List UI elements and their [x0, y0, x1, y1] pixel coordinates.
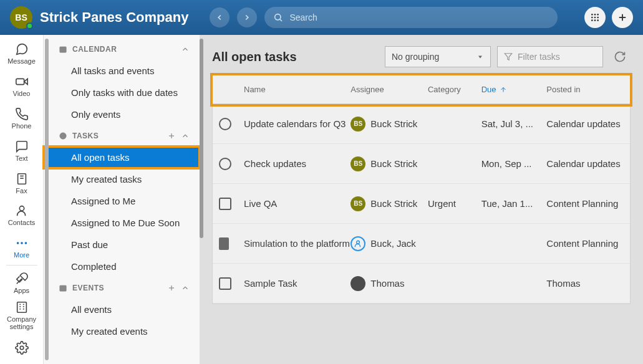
- table-row[interactable]: Simulation to the platformBuck, JackCont…: [213, 224, 630, 264]
- sidebar-item-all-tasks-events[interactable]: All tasks and events: [44, 60, 200, 82]
- task-posted-in: Calendar updates: [546, 158, 624, 169]
- rail-separator: [6, 265, 37, 266]
- sidebar-item-assigned-due-soon[interactable]: Assigned to Me Due Soon: [44, 212, 200, 234]
- task-complete-toggle[interactable]: [219, 277, 231, 290]
- svg-point-8: [591, 19, 593, 21]
- table-row[interactable]: Sample TaskThomasThomas: [213, 264, 630, 304]
- task-name: Check updates: [244, 158, 351, 169]
- sidebar-item-assigned-to-me[interactable]: Assigned to Me: [44, 190, 200, 212]
- search-input[interactable]: [289, 12, 549, 22]
- sidebar-item-only-tasks-due[interactable]: Only tasks with due dates: [44, 82, 200, 103]
- svg-rect-34: [60, 285, 67, 291]
- task-posted-in: Content Planning: [546, 238, 624, 249]
- sidebar-item-all-open-tasks[interactable]: All open tasks: [44, 146, 200, 168]
- svg-point-19: [16, 242, 19, 245]
- rail-phone[interactable]: Phone: [0, 102, 44, 135]
- svg-marker-37: [478, 56, 482, 59]
- task-posted-in: Calendar updates: [546, 118, 624, 129]
- filter-icon: [504, 52, 513, 61]
- user-avatar[interactable]: BS: [10, 6, 32, 29]
- task-complete-toggle[interactable]: [219, 118, 231, 130]
- chevron-up-icon[interactable]: [181, 132, 190, 140]
- task-name: Live QA: [244, 198, 351, 209]
- svg-point-3: [594, 14, 596, 16]
- nav-back-button[interactable]: [210, 7, 230, 27]
- rail-video[interactable]: Video: [0, 70, 44, 102]
- svg-point-20: [21, 242, 23, 245]
- sidebar-item-all-events[interactable]: All events: [44, 299, 200, 320]
- filter-input[interactable]: Filter tasks: [497, 46, 603, 67]
- svg-point-31: [60, 133, 67, 140]
- calendar-icon: [59, 45, 67, 54]
- rail-contacts[interactable]: Contacts: [0, 199, 44, 232]
- assignee-avatar: BS: [351, 196, 365, 211]
- sidebar-item-completed[interactable]: Completed: [44, 256, 200, 277]
- rail-company-settings[interactable]: Company settings: [0, 299, 44, 332]
- sidebar-item-past-due[interactable]: Past due: [44, 234, 200, 256]
- add-button[interactable]: [612, 7, 633, 28]
- table-row[interactable]: Check updatesBSBuck StrickMon, Sep ...Ca…: [213, 144, 630, 184]
- table-row[interactable]: Live QABSBuck StrickUrgentTue, Jan 1...C…: [213, 184, 630, 224]
- rail-text[interactable]: Text: [0, 135, 44, 167]
- svg-point-18: [19, 206, 24, 211]
- search-icon: [273, 12, 283, 22]
- col-category[interactable]: Category: [428, 85, 481, 94]
- svg-point-9: [594, 19, 596, 21]
- sidebar-item-only-events[interactable]: Only events: [44, 103, 200, 125]
- assignee-avatar: [351, 236, 365, 251]
- chevron-up-icon[interactable]: [181, 45, 190, 54]
- task-complete-toggle[interactable]: [219, 158, 231, 170]
- plus-icon[interactable]: [167, 284, 176, 292]
- svg-rect-30: [60, 47, 67, 52]
- svg-rect-13: [16, 79, 24, 84]
- refresh-icon: [614, 50, 626, 63]
- sidebar-scrollbar[interactable]: [45, 39, 49, 360]
- section-tasks[interactable]: TASKS: [44, 125, 200, 146]
- sidebar-item-my-created-events[interactable]: My created events: [44, 320, 200, 342]
- section-calendar[interactable]: CALENDAR: [44, 39, 200, 60]
- sidebar: CALENDAR All tasks and events Only tasks…: [44, 35, 200, 364]
- table-header-row: Name Assignee Category Due Posted in: [213, 75, 630, 104]
- topbar: BS Strick Panes Company: [0, 0, 643, 35]
- assignee-avatar: BS: [351, 156, 365, 171]
- task-name: Update calendars for Q3: [244, 118, 351, 129]
- main-scrollbar[interactable]: [200, 39, 203, 238]
- tasks-table: Name Assignee Category Due Posted in Upd…: [212, 75, 631, 304]
- refresh-button[interactable]: [609, 46, 631, 67]
- col-posted[interactable]: Posted in: [546, 85, 624, 94]
- col-assignee[interactable]: Assignee: [351, 85, 428, 94]
- col-due[interactable]: Due: [481, 85, 547, 94]
- assignee-avatar: BS: [351, 117, 365, 132]
- nav-forward-button[interactable]: [237, 7, 257, 27]
- svg-point-4: [597, 14, 599, 16]
- task-assignee: BSBuck Strick: [351, 117, 428, 132]
- main-content: All open tasks No grouping Filter tasks: [200, 35, 643, 364]
- svg-point-6: [594, 17, 596, 19]
- task-assignee: BSBuck Strick: [351, 196, 428, 211]
- dialpad-button[interactable]: [584, 7, 606, 28]
- rail-apps[interactable]: Apps: [0, 267, 44, 299]
- svg-point-40: [357, 241, 360, 244]
- svg-point-21: [24, 242, 27, 245]
- table-row[interactable]: Update calendars for Q3BSBuck StrickSat,…: [213, 104, 630, 144]
- rail-message[interactable]: Message: [0, 37, 44, 70]
- search-field[interactable]: [264, 7, 558, 28]
- presence-indicator: [26, 22, 33, 29]
- rail-fax[interactable]: Fax: [0, 167, 44, 199]
- task-assignee: Thomas: [351, 276, 428, 291]
- app-title: Strick Panes Company: [40, 9, 188, 26]
- rail-settings[interactable]: [0, 332, 44, 364]
- assignee-avatar: [351, 276, 365, 291]
- grouping-dropdown[interactable]: No grouping: [385, 46, 491, 67]
- col-name[interactable]: Name: [244, 85, 351, 94]
- task-due: Tue, Jan 1...: [481, 198, 547, 209]
- task-complete-toggle[interactable]: [219, 198, 231, 210]
- plus-icon[interactable]: [167, 132, 176, 140]
- section-events[interactable]: EVENTS: [44, 277, 200, 299]
- task-name: Sample Task: [244, 278, 351, 289]
- rail-more[interactable]: More: [0, 231, 44, 264]
- chevron-up-icon[interactable]: [181, 284, 190, 292]
- task-due: Sat, Jul 3, ...: [481, 118, 547, 129]
- sidebar-item-my-created-tasks[interactable]: My created tasks: [44, 168, 200, 190]
- task-assignee: Buck, Jack: [351, 236, 428, 251]
